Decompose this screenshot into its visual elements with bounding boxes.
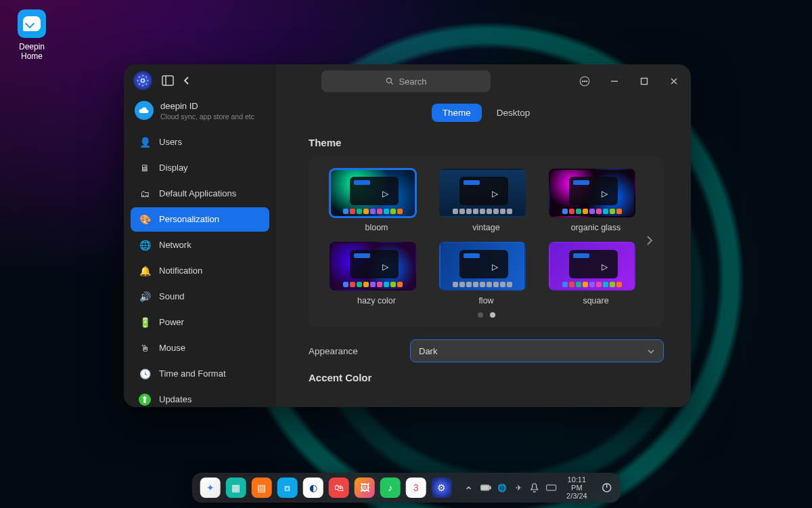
svg-rect-14 [481,486,488,490]
sidebar-item-power[interactable]: 🔋Power [131,310,269,335]
desktop-icon-label: Deepin Home [8,42,55,61]
titlebar-left [124,64,276,97]
search-input[interactable]: Search [321,70,491,92]
sidebar-item-network[interactable]: 🌐Network [131,233,269,257]
multitask-icon[interactable]: ▦ [226,478,246,498]
photos-icon[interactable]: 🖼 [355,478,375,498]
update-icon: ⬆ [139,394,151,406]
sidebar-item-label: Power [159,317,184,327]
music-icon[interactable]: ♪ [380,478,401,498]
sidebar-item-default-apps[interactable]: 🗂Default Applications [131,182,269,206]
search-placeholder: Search [399,77,426,87]
theme-label: flow [439,296,534,305]
svg-rect-1 [162,76,173,85]
theme-thumbnail: ▷ [439,242,526,291]
user-icon: 👤 [139,136,151,148]
account-summary[interactable]: deepin ID Cloud sync, app store and etc [124,97,276,130]
svg-line-4 [391,82,393,84]
theme-card-vintage[interactable]: ▷vintage [439,169,534,232]
theme-thumbnail: ▷ [439,169,526,217]
sidebar-item-label: Notification [159,266,202,276]
search-icon [385,77,394,86]
theme-panel: ▷bloom▷vintage▷organic glass▷hazy color▷… [309,156,664,327]
sidepanel-toggle-icon[interactable] [162,75,174,86]
app-icon [133,71,152,90]
maximize-button[interactable] [634,71,654,91]
sidebar-item-updates[interactable]: ⬆Updates [131,387,269,407]
store-icon[interactable]: ⧈ [277,478,298,498]
sidebar-item-label: Network [159,240,191,250]
settings-window: deepin ID Cloud sync, app store and etc … [124,64,691,407]
sidebar-item-notification[interactable]: 🔔Notification [131,259,269,283]
theme-card-flow[interactable]: ▷flow [439,242,534,305]
browser-icon[interactable]: ◐ [303,478,323,498]
tray-battery-icon[interactable] [480,482,491,493]
tab-bar: ThemeDesktop [309,104,664,122]
pager-dot[interactable] [478,312,483,318]
speaker-icon: 🔊 [139,291,151,303]
appearance-value: Dark [419,346,437,356]
sidebar-item-label: Display [159,163,188,173]
tab-theme[interactable]: Theme [432,104,482,122]
pager-dot[interactable] [490,312,495,318]
theme-label: square [549,296,644,305]
sidebar-item-label: Default Applications [159,188,236,198]
tab-desktop[interactable]: Desktop [486,104,541,122]
tray-time: 10:11 PM [563,475,590,492]
theme-card-square[interactable]: ▷square [549,242,644,305]
cloud-icon [135,101,154,120]
theme-label: organic glass [549,223,644,232]
theme-next-button[interactable] [639,228,660,255]
account-subtitle: Cloud sync, app store and etc [160,112,254,121]
apps-icon: 🗂 [139,188,151,200]
tray-network-icon[interactable]: 🌐 [497,482,507,493]
theme-card-hazy[interactable]: ▷hazy color [330,242,424,305]
settings-icon[interactable]: ⚙ [432,478,452,498]
svg-point-3 [387,78,392,83]
sidebar-item-sound[interactable]: 🔊Sound [131,284,269,309]
sidebar-item-display[interactable]: 🖥Display [131,156,269,180]
close-button[interactable] [664,71,684,91]
nav-list: 👤Users🖥Display🗂Default Applications🎨Pers… [124,130,276,407]
appearance-select[interactable]: Dark [410,339,664,362]
svg-point-8 [586,81,587,82]
sidebar-item-label: Sound [159,291,185,301]
chevron-right-icon [646,235,653,246]
svg-rect-10 [641,79,648,85]
calendar-icon[interactable]: 3 [406,478,426,498]
tray-clock[interactable]: 10:11 PM 2/3/24 [563,475,590,500]
svg-point-7 [584,81,585,82]
tray-notifications-icon[interactable] [530,482,539,493]
sidebar-item-users[interactable]: 👤Users [131,130,269,154]
theme-label: hazy color [330,296,424,305]
back-button[interactable] [183,76,190,85]
theme-thumbnail: ▷ [330,242,416,291]
theme-card-organic[interactable]: ▷organic glass [549,169,644,232]
desktop-icon-deepin-home[interactable]: Deepin Home [8,9,55,61]
theme-thumbnail: ▷ [549,242,635,291]
system-tray: 🌐 ✈ 10:11 PM 2/3/24 [464,475,612,500]
minimize-button[interactable] [604,71,625,91]
files-icon[interactable]: ▤ [252,478,272,498]
dock-apps: ✦▦▤⧈◐🛍🖼♪3⚙ [200,478,452,498]
maximize-icon [640,77,648,85]
bag-icon[interactable]: 🛍 [329,478,349,498]
more-icon [579,75,591,87]
tray-expand-icon[interactable] [464,482,474,493]
launcher-icon[interactable]: ✦ [200,478,221,498]
tray-airplane-icon[interactable]: ✈ [514,482,523,493]
tray-power-icon[interactable] [601,482,612,493]
tray-date: 2/3/24 [563,492,590,500]
account-title: deepin ID [160,101,254,111]
sidebar-item-personalization[interactable]: 🎨Personalization [131,207,269,232]
sidebar-item-label: Updates [159,394,191,404]
theme-grid: ▷bloom▷vintage▷organic glass▷hazy color▷… [309,169,664,305]
menu-button[interactable] [574,71,595,91]
titlebar-right: Search [276,64,691,98]
sidebar-item-mouse[interactable]: 🖱Mouse [131,336,269,360]
theme-thumbnail: ▷ [330,169,416,217]
appearance-label: Appearance [309,346,410,356]
sidebar-item-time[interactable]: 🕓Time and Format [131,362,269,386]
theme-card-bloom[interactable]: ▷bloom [330,169,424,232]
tray-keyboard-icon[interactable] [545,482,556,493]
